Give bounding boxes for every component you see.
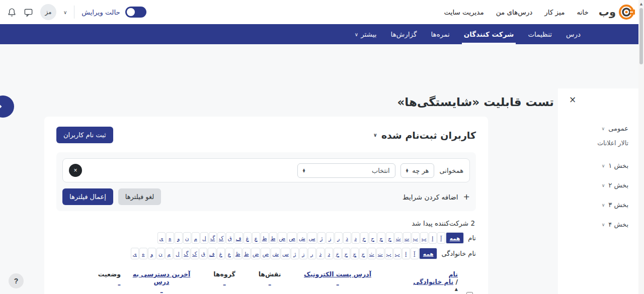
lastname-letter-27[interactable]: ل <box>174 248 182 259</box>
topbar-link-3[interactable]: مدیریت سایت <box>444 8 484 16</box>
lastname-letter-25[interactable]: ک <box>191 248 199 259</box>
lastname-letter-2[interactable]: ب <box>393 248 401 259</box>
sort-firstname-link[interactable]: نام <box>448 270 458 278</box>
chevron-down-icon[interactable]: ∨ <box>602 183 605 188</box>
lastname-letter-5[interactable]: ث <box>368 248 376 259</box>
firstname-letter-28[interactable]: م <box>192 232 200 244</box>
lastname-letter-12[interactable]: ر <box>308 248 316 259</box>
firstname-letter-3[interactable]: پ <box>412 232 420 244</box>
close-drawer-icon[interactable]: × <box>569 95 576 104</box>
user-menu-avatar[interactable]: مز <box>40 4 56 20</box>
firstname-letter-23[interactable]: ف <box>234 232 243 244</box>
firstname-all-letter[interactable]: همه <box>446 232 464 244</box>
apply-filters-button[interactable]: إعمال فیلترها <box>62 188 113 205</box>
chevron-down-icon[interactable]: ∨ <box>602 163 605 168</box>
firstname-letter-6[interactable]: ج <box>386 232 394 244</box>
firstname-letter-20[interactable]: ظ <box>261 232 269 244</box>
page-scrollbar[interactable]: ▲ <box>638 0 644 294</box>
site-logo[interactable]: وب <box>599 4 635 21</box>
lastname-letter-14[interactable]: ژ <box>291 248 299 259</box>
chevron-down-icon[interactable]: ∨ <box>602 126 605 131</box>
firstname-letter-16[interactable]: ش <box>297 232 307 244</box>
lastname-letter-3[interactable]: پ <box>385 248 393 259</box>
course-nav-item-5[interactable]: بیشتر∨ <box>348 24 384 44</box>
lastname-letter-28[interactable]: م <box>165 248 173 259</box>
lastname-letter-9[interactable]: خ <box>334 248 342 259</box>
firstname-letter-24[interactable]: ق <box>226 232 234 244</box>
firstname-letter-4[interactable]: ت <box>403 232 411 244</box>
course-index-item-3[interactable]: بخش ۲∨ <box>566 175 630 195</box>
add-condition-link[interactable]: + اضافه کردن شرایط <box>403 192 470 202</box>
firstname-letter-21[interactable]: ع <box>252 232 260 244</box>
sort-lastname-link[interactable]: نام خانوادگی <box>413 278 453 285</box>
course-index-item-4[interactable]: بخش ۳∨ <box>566 195 630 215</box>
collapse-lastaccess-column[interactable]: – <box>127 288 196 294</box>
firstname-letter-0[interactable]: آ <box>437 232 445 244</box>
collapse-status-column[interactable]: – <box>59 281 121 288</box>
firstname-letter-30[interactable]: و <box>175 232 183 244</box>
lastname-letter-30[interactable]: و <box>148 248 156 259</box>
firstname-letter-29[interactable]: ن <box>183 232 191 244</box>
enrol-users-button[interactable]: ثبت نام کاربران <box>56 127 113 143</box>
firstname-letter-1[interactable]: ا <box>429 232 437 244</box>
firstname-letter-7[interactable]: چ <box>377 232 385 244</box>
lastname-letter-8[interactable]: ح <box>342 248 350 259</box>
match-type-select[interactable]: هر چه ▲▼ <box>400 163 435 178</box>
lastname-letter-0[interactable]: آ <box>411 248 419 259</box>
lastname-letter-29[interactable]: ن <box>156 248 165 259</box>
enrolled-users-heading[interactable]: کاربران ثبت‌نام شده ∨ <box>373 130 476 141</box>
lastname-letter-24[interactable]: ق <box>199 248 207 259</box>
edit-mode-toggle[interactable] <box>125 7 146 18</box>
firstname-letter-15[interactable]: س <box>307 232 317 244</box>
lastname-letter-4[interactable]: ت <box>376 248 384 259</box>
course-nav-item-4[interactable]: گزارش‌ها <box>384 24 424 44</box>
lastname-letter-6[interactable]: ج <box>359 248 367 259</box>
lastname-letter-15[interactable]: س <box>281 248 290 259</box>
firstname-letter-5[interactable]: ث <box>394 232 403 244</box>
collapse-roles-column[interactable]: – <box>253 281 287 288</box>
scrollbar-thumb[interactable] <box>639 8 643 64</box>
firstname-letter-13[interactable]: ز <box>326 232 334 244</box>
lastname-letter-16[interactable]: ش <box>271 248 280 259</box>
lastname-letter-23[interactable]: ف <box>208 248 216 259</box>
firstname-letter-31[interactable]: ه <box>166 232 174 244</box>
course-index-item-2[interactable]: بخش ۱∨ <box>566 156 630 175</box>
lastname-letter-32[interactable]: ی <box>131 248 139 259</box>
firstname-letter-2[interactable]: ب <box>420 232 428 244</box>
filter-type-select[interactable]: انتخاب ▲▼ <box>297 163 395 178</box>
firstname-letter-14[interactable]: ژ <box>317 232 326 244</box>
course-nav-item-1[interactable]: تنظیمات <box>521 24 559 44</box>
firstname-letter-18[interactable]: ض <box>278 232 287 244</box>
topbar-link-1[interactable]: میز کار <box>544 8 565 16</box>
lastname-letter-1[interactable]: ا <box>402 248 410 259</box>
clear-filters-button[interactable]: لغو فیلترها <box>118 188 161 205</box>
collapse-groups-column[interactable]: – <box>202 281 247 288</box>
lastname-letter-11[interactable]: ذ <box>316 248 325 259</box>
collapse-email-column[interactable]: – <box>293 281 382 288</box>
lastname-letter-21[interactable]: ع <box>225 248 233 259</box>
lastname-all-letter[interactable]: همه <box>419 248 438 259</box>
course-index-item-5[interactable]: بخش ۴∨ <box>566 215 630 234</box>
firstname-letter-22[interactable]: غ <box>244 232 252 244</box>
remove-filter-icon[interactable]: × <box>69 164 82 177</box>
topbar-link-0[interactable]: خانه <box>577 8 588 16</box>
lastname-letter-31[interactable]: ه <box>139 248 147 259</box>
course-nav-item-3[interactable]: نمره‌ها <box>424 24 456 44</box>
firstname-letter-17[interactable]: ص <box>287 232 297 244</box>
firstname-letter-12[interactable]: ر <box>335 232 343 244</box>
lastname-letter-20[interactable]: ظ <box>234 248 242 259</box>
course-nav-item-2[interactable]: شرکت کنندگان <box>457 24 521 44</box>
firstname-letter-9[interactable]: خ <box>360 232 368 244</box>
lastname-letter-17[interactable]: ص <box>261 248 270 259</box>
help-button[interactable]: ? <box>9 273 24 288</box>
sort-lastaccess-link[interactable]: آخرین دسترسی به درس <box>133 270 191 285</box>
firstname-letter-27[interactable]: ل <box>200 232 208 244</box>
firstname-letter-26[interactable]: گ <box>209 232 217 244</box>
firstname-letter-25[interactable]: ک <box>217 232 225 244</box>
lastname-letter-22[interactable]: غ <box>217 248 225 259</box>
lastname-letter-7[interactable]: چ <box>351 248 359 259</box>
notifications-bell-icon[interactable] <box>7 8 17 17</box>
firstname-letter-19[interactable]: ط <box>269 232 277 244</box>
firstname-letter-11[interactable]: ذ <box>343 232 351 244</box>
lastname-letter-10[interactable]: د <box>325 248 333 259</box>
